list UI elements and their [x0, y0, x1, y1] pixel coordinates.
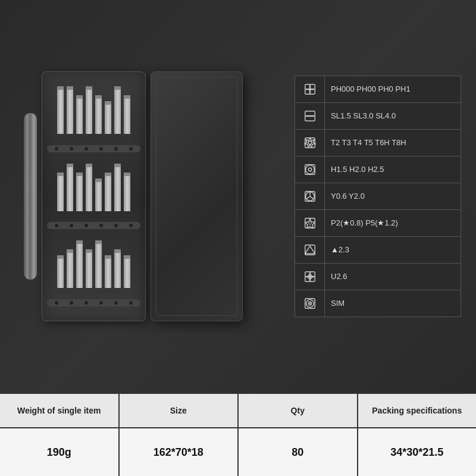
closed-box — [151, 71, 243, 321]
spec-text-u: U2.6 — [325, 268, 353, 286]
bit — [114, 249, 121, 288]
dot-separator-1 — [47, 145, 140, 152]
bit — [67, 164, 73, 211]
bit — [114, 86, 121, 134]
dot-separator-3 — [47, 299, 140, 306]
info-cell-size: Size 162*70*18 — [120, 394, 239, 476]
dot — [114, 224, 118, 227]
bit — [95, 178, 102, 211]
hex-icon — [295, 156, 325, 183]
dot-separator-2 — [47, 222, 140, 229]
dot — [129, 147, 133, 151]
tri-icon — [295, 183, 325, 209]
dot — [84, 147, 88, 151]
u-icon — [295, 264, 325, 290]
bit — [57, 86, 64, 134]
spec-text-torx: T2 T3 T4 T5 T6H T8H — [325, 134, 412, 152]
dot — [70, 301, 73, 305]
bit — [95, 95, 102, 134]
dot — [84, 224, 88, 227]
dot — [114, 301, 118, 305]
dot — [70, 147, 73, 151]
info-cell-packing: Packing specifications 34*30*21.5 — [358, 394, 477, 476]
info-value-packing: 34*30*21.5 — [358, 428, 477, 476]
pent-icon — [295, 210, 325, 236]
dot — [55, 147, 58, 151]
specs-table: PH000 PH00 PH0 PH1 SL1.5 SL3.0 SL4.0 — [295, 76, 461, 317]
dot — [99, 147, 103, 151]
product-area: PH000 PH00 PH0 PH1 SL1.5 SL3.0 SL4.0 — [0, 0, 476, 393]
kit-visual — [24, 71, 243, 321]
bit — [114, 164, 121, 211]
bit — [57, 173, 64, 211]
bit — [105, 255, 111, 288]
svg-line-14 — [310, 196, 314, 199]
bit — [86, 164, 92, 211]
bit — [67, 86, 73, 134]
spec-text-tri: Y0.6 Y2.0 — [325, 187, 371, 205]
ph-icon — [295, 76, 325, 102]
info-value-size: 162*70*18 — [120, 428, 238, 476]
dot — [129, 224, 133, 227]
info-value-weight: 190g — [0, 428, 118, 476]
svg-point-6 — [308, 141, 312, 145]
dot — [70, 224, 73, 227]
bits-row-1 — [47, 86, 140, 134]
info-value-qty: 80 — [239, 428, 357, 476]
spec-text-sim: SIM — [325, 295, 350, 312]
svg-point-8 — [305, 165, 314, 174]
spec-text-ph: PH000 PH00 PH0 PH1 — [325, 80, 416, 98]
bit — [95, 240, 102, 288]
spec-row-u: U2.6 — [295, 264, 461, 290]
svg-marker-16 — [305, 219, 315, 228]
svg-point-9 — [308, 168, 312, 171]
bit — [76, 173, 83, 211]
dot — [99, 301, 103, 305]
tri2-icon — [295, 237, 325, 263]
bit — [124, 95, 130, 134]
spec-text-sl: SL1.5 SL3.0 SL4.0 — [325, 107, 402, 125]
bits-row-2 — [47, 164, 140, 211]
sim-icon — [295, 290, 325, 317]
info-cell-weight: Weight of single item 190g — [0, 394, 120, 476]
dot — [84, 301, 88, 305]
bit — [67, 249, 73, 288]
spec-row-pent: P2(★0.8) P5(★1.2) — [295, 210, 461, 237]
open-box — [42, 71, 146, 321]
spec-row-hex: H1.5 H2.0 H2.5 — [295, 156, 461, 183]
spec-row-sl: SL1.5 SL3.0 SL4.0 — [295, 103, 461, 130]
dot — [55, 224, 58, 227]
dot — [55, 301, 58, 305]
spec-row-tri: Y0.6 Y2.0 — [295, 183, 461, 210]
screwdriver-handle — [24, 113, 37, 280]
svg-point-17 — [308, 222, 311, 225]
svg-marker-19 — [305, 246, 315, 254]
info-cell-qty: Qty 80 — [239, 394, 358, 476]
bit — [86, 86, 92, 134]
info-header-qty: Qty — [239, 394, 357, 428]
svg-marker-5 — [304, 138, 315, 148]
spec-row-ph: PH000 PH00 PH0 PH1 — [295, 76, 461, 103]
info-header-weight: Weight of single item — [0, 394, 118, 428]
spec-row-tri2: ▲2.3 — [295, 237, 461, 264]
bit — [124, 255, 130, 288]
spec-text-tri2: ▲2.3 — [325, 241, 355, 259]
spec-row-sim: SIM — [295, 290, 461, 317]
sl-icon — [295, 103, 325, 129]
spec-text-pent: P2(★0.8) P5(★1.2) — [325, 214, 404, 232]
spec-row-torx: T2 T3 T4 T5 T6H T8H — [295, 130, 461, 156]
bit — [105, 101, 111, 134]
svg-line-13 — [306, 196, 309, 199]
svg-rect-10 — [305, 165, 315, 175]
spec-text-hex: H1.5 H2.0 H2.5 — [325, 161, 390, 178]
torx-icon — [295, 130, 325, 156]
info-header-size: Size — [120, 394, 238, 428]
bit — [76, 95, 83, 134]
dot — [129, 301, 133, 305]
dot — [114, 147, 118, 151]
bit — [57, 255, 64, 288]
bits-row-3 — [47, 240, 140, 288]
bit — [76, 240, 83, 288]
info-header-packing: Packing specifications — [358, 394, 477, 428]
bit — [124, 173, 130, 211]
